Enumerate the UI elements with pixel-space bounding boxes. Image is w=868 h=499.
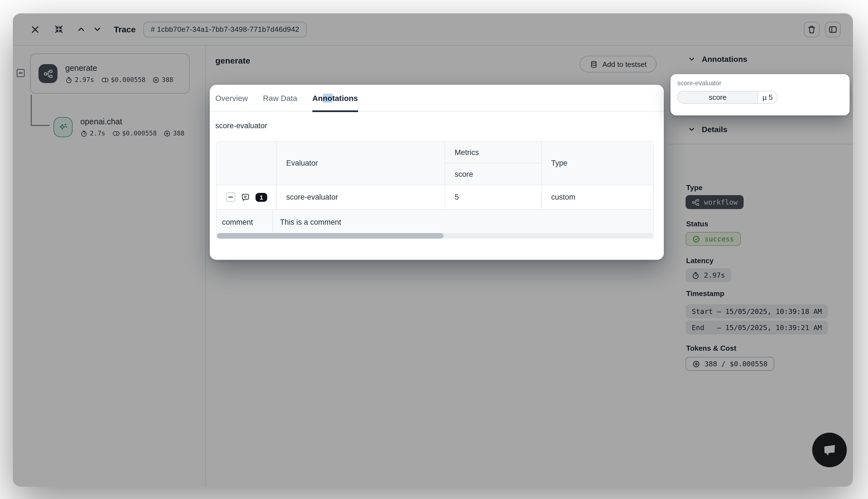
score-pill-metric[interactable]: score xyxy=(678,92,758,103)
comment-count-badge: 1 xyxy=(255,193,267,202)
annotations-table: Evaluator Metrics score Type xyxy=(216,141,654,235)
horizontal-scrollbar-thumb[interactable] xyxy=(217,233,444,239)
score-pill-mean-value[interactable]: µ 5 xyxy=(758,92,777,103)
score-cell: 5 xyxy=(455,193,459,201)
tab-bar: Overview Raw Data Annotations xyxy=(210,85,664,111)
annotation-evaluator-label: score-evaluator xyxy=(677,80,843,86)
type-column-header: Type xyxy=(551,159,568,167)
row-controls: 1 xyxy=(216,185,276,209)
comment-icon[interactable] xyxy=(241,193,250,202)
text-selection-highlight: no xyxy=(323,93,332,102)
type-cell: custom xyxy=(551,193,576,201)
evaluator-cell: score-evaluator xyxy=(286,193,338,201)
tab-label: Annotations xyxy=(312,93,358,102)
table-header: Evaluator Metrics score Type xyxy=(216,142,653,184)
evaluator-column-header: Evaluator xyxy=(286,159,318,167)
page-background: Trace # 1cbb70e7-34a1-7bb7-3498-771b7d46… xyxy=(0,0,868,499)
annotation-score-card: score-evaluator score µ 5 xyxy=(671,74,849,115)
span-detail-card: Overview Raw Data Annotations score-eval… xyxy=(210,85,664,260)
score-pill[interactable]: score µ 5 xyxy=(677,91,777,104)
table-row[interactable]: 1 score-evaluator 5 custom xyxy=(216,184,653,209)
tab-annotations[interactable]: Annotations xyxy=(312,84,358,111)
tab-overview[interactable]: Overview xyxy=(215,84,248,111)
trace-modal-window: Trace # 1cbb70e7-34a1-7bb7-3498-771b7d46… xyxy=(13,13,853,487)
active-tab-underline xyxy=(312,110,358,112)
collapse-row-button[interactable] xyxy=(226,192,236,202)
tab-label: Raw Data xyxy=(263,93,297,102)
comment-key: comment xyxy=(222,218,253,226)
comment-value: This is a comment xyxy=(280,218,341,226)
metric-name-subheader: score xyxy=(455,170,473,178)
tab-label: Overview xyxy=(215,93,248,102)
metrics-column-header: Metrics xyxy=(455,148,479,156)
controls-column-header xyxy=(216,142,276,184)
tab-raw-data[interactable]: Raw Data xyxy=(263,84,297,111)
evaluator-heading: score-evaluator xyxy=(215,122,267,130)
comment-row: comment This is a comment xyxy=(216,209,653,234)
horizontal-scrollbar-track[interactable] xyxy=(216,233,654,239)
